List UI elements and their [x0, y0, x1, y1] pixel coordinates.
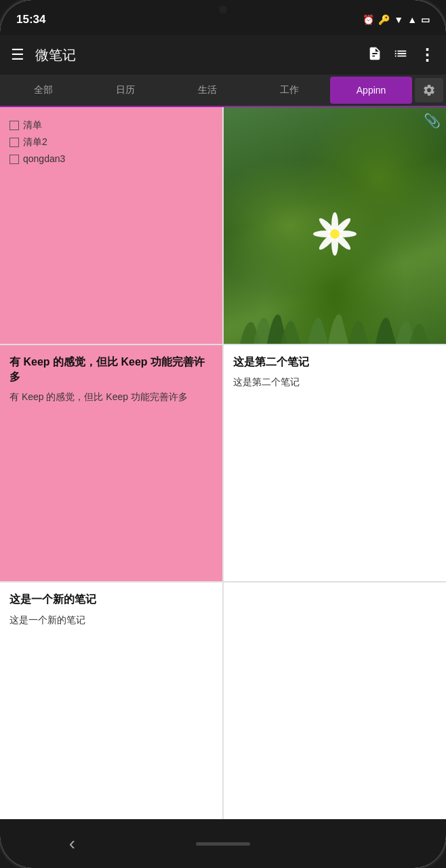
more-options-icon[interactable]: ⋮ — [419, 45, 435, 64]
note-3-body: 有 Keep 的感觉，但比 Keep 功能完善许多 — [9, 390, 213, 404]
note-card-6[interactable] — [224, 583, 446, 819]
signal-icon: ▲ — [407, 14, 417, 25]
back-button[interactable]: ‹ — [52, 830, 92, 857]
tabs-bar: 全部 日历 生活 工作 Appinn — [0, 75, 446, 107]
key-icon: 🔑 — [378, 14, 390, 25]
wifi-icon: ▼ — [394, 14, 403, 25]
tab-work[interactable]: 工作 — [248, 76, 330, 104]
tab-life[interactable]: 生活 — [167, 76, 249, 104]
grass-image-bg — [224, 107, 446, 344]
note-checklist-1: 清单 清单2 qongdan3 — [9, 117, 213, 168]
list-view-icon[interactable] — [393, 46, 408, 64]
tab-calendar[interactable]: 日历 — [85, 76, 167, 104]
app-title: 微笔记 — [35, 46, 367, 64]
add-note-icon[interactable] — [367, 46, 382, 64]
note-5-body: 这是一个新的笔记 — [9, 613, 213, 627]
tab-appinn[interactable]: Appinn — [330, 77, 412, 104]
note-4-body: 这是第二个笔记 — [233, 375, 437, 389]
bottom-nav: ‹ — [0, 819, 446, 868]
home-indicator[interactable] — [196, 842, 250, 846]
menu-icon[interactable]: ☰ — [11, 46, 24, 64]
camera-notch — [219, 5, 227, 14]
check-item-3: qongdan3 — [9, 151, 213, 167]
note-card-4[interactable]: 这是第二个笔记 这是第二个笔记 — [224, 345, 446, 582]
status-bar: 15:34 ⏰ 🔑 ▼ ▲ ▭ — [0, 0, 446, 35]
tab-all[interactable]: 全部 — [3, 76, 85, 104]
note-card-3[interactable]: 有 Keep 的感觉，但比 Keep 功能完善许多 有 Keep 的感觉，但比 … — [0, 345, 222, 582]
toolbar: ☰ 微笔记 ⋮ — [0, 35, 446, 75]
note-5-title: 这是一个新的笔记 — [9, 592, 213, 607]
note-card-2[interactable]: 📎 — [224, 107, 446, 344]
status-time: 15:34 — [16, 13, 45, 26]
grass-svg — [224, 303, 446, 344]
svg-point-8 — [330, 229, 340, 239]
attachment-icon: 📎 — [424, 113, 441, 129]
battery-icon: ▭ — [421, 14, 430, 25]
check-item-1: 清单 — [9, 117, 213, 134]
checkbox-3 — [9, 155, 19, 164]
phone-frame: 15:34 ⏰ 🔑 ▼ ▲ ▭ ☰ 微笔记 — [0, 0, 446, 868]
note-card-1[interactable]: 清单 清单2 qongdan3 — [0, 107, 222, 344]
toolbar-actions: ⋮ — [367, 45, 435, 64]
note-card-5[interactable]: 这是一个新的笔记 这是一个新的笔记 — [0, 583, 222, 819]
note-3-title: 有 Keep 的感觉，但比 Keep 功能完善许多 — [9, 355, 213, 385]
note-image — [224, 107, 446, 344]
flower-svg — [308, 207, 362, 261]
checkbox-2 — [9, 138, 19, 147]
note-4-title: 这是第二个笔记 — [233, 355, 437, 370]
check-item-2: 清单2 — [9, 134, 213, 151]
alarm-icon: ⏰ — [363, 14, 374, 25]
checkbox-1 — [9, 121, 19, 130]
notes-grid: 清单 清单2 qongdan3 📎 — [0, 107, 446, 819]
phone-screen: 15:34 ⏰ 🔑 ▼ ▲ ▭ ☰ 微笔记 — [0, 0, 446, 868]
status-icons: ⏰ 🔑 ▼ ▲ ▭ — [363, 14, 430, 25]
tab-settings-button[interactable] — [415, 78, 443, 102]
